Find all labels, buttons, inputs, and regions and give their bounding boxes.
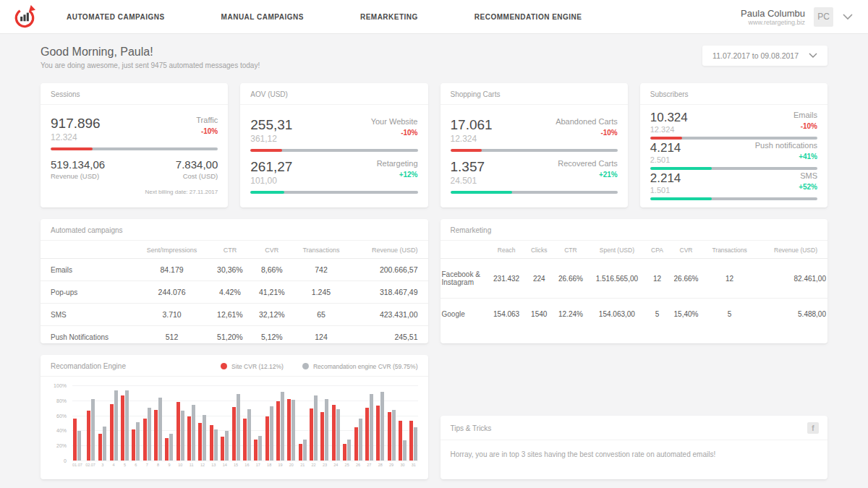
column-header <box>41 241 135 259</box>
automated-campaigns-title: Automated campaigns <box>51 226 418 234</box>
legend-dot-icon <box>302 363 309 369</box>
bar-pair <box>310 385 318 461</box>
x-axis-label: 10 <box>178 463 182 467</box>
remarketing-table: ReachClicksCTRSpent (USD)CPACVRTransacti… <box>441 241 828 330</box>
metric-left: 261,27101,00 <box>250 159 292 186</box>
cell-value: 244.076 <box>135 281 209 304</box>
engine-cvr-bar <box>281 392 284 461</box>
stat-card-title: AOV (USD) <box>250 90 417 98</box>
bar-group: 11 <box>187 385 195 467</box>
bar-groups: 01.0702.07345678910111213141516171819202… <box>72 385 418 467</box>
cell-value: 26.66% <box>668 259 703 299</box>
column-header: Clicks <box>525 241 553 259</box>
progress-fill <box>250 191 284 194</box>
site-cvr-bar <box>320 412 324 461</box>
y-axis: 100%80%60%40%20%0 <box>51 385 72 461</box>
metric-change-badge: -10% <box>371 129 418 137</box>
row-label: SMS <box>41 304 135 326</box>
metric-value: 261,27 <box>250 159 292 175</box>
progress-fill <box>650 167 712 170</box>
y-axis-tick: 100% <box>54 383 67 388</box>
table-body: Facebook & Instagram231.43222426.66%1.51… <box>441 259 828 330</box>
bar-group: 12 <box>198 385 206 467</box>
x-axis-label: 18 <box>267 463 271 467</box>
metric-row: 1.35724.501Recovered Carts+21% <box>451 159 618 194</box>
site-cvr-bar <box>73 419 77 461</box>
bar-pair <box>198 385 206 461</box>
cost-label: Cost (USD) <box>176 172 218 180</box>
cell-value: 26.66% <box>553 259 588 299</box>
x-axis-label: 21 <box>300 463 305 467</box>
metric-left: 2.2141.501 <box>650 171 681 194</box>
site-cvr-bar <box>310 408 313 461</box>
user-name: Paula Columbu <box>741 8 805 19</box>
automated-campaigns-card: Automated campaigns Sent/ImpressionsCTRC… <box>41 219 428 343</box>
remarketing-title: Remarketing <box>451 226 818 234</box>
metric-value: 1.357 <box>451 159 485 175</box>
cell-value: 15,40% <box>668 299 703 330</box>
metric-row: 255,31361,12Your Website-10% <box>250 117 417 152</box>
user-menu: Paula Columbu www.retargeting.biz PC <box>741 7 854 27</box>
stat-cards-row: Sessions917.89612.324Traffic-10%519.134,… <box>41 83 827 207</box>
y-axis-tick: 60% <box>56 413 67 418</box>
column-header: Revenue (USD) <box>349 241 427 259</box>
greeting-subtitle: You are doing awesome, just sent 9475 au… <box>41 61 260 69</box>
site-cvr-bar <box>388 412 391 461</box>
metric-label: Recovered Carts <box>558 159 618 168</box>
date-range-picker[interactable]: 11.07.2017 to 09.08.2017 <box>702 46 827 66</box>
tips-title: Tips & Tricks <box>451 424 492 432</box>
revenue-label: Revenue (USD) <box>51 172 105 180</box>
chevron-down-icon[interactable] <box>842 13 854 20</box>
cell-value: 1.516.565,00 <box>588 259 646 299</box>
site-cvr-bar <box>187 416 191 461</box>
bar-group: 21 <box>299 385 307 467</box>
site-cvr-bar <box>210 425 213 461</box>
stat-card-title: Sessions <box>51 90 218 98</box>
stat-card-header: Shopping Carts <box>441 83 628 105</box>
progress-fill <box>51 147 93 150</box>
cell-value: 742 <box>293 259 350 281</box>
site-cvr-bar <box>365 408 369 461</box>
row-label: Pop-ups <box>41 281 135 304</box>
bar-pair <box>265 385 273 461</box>
facebook-icon[interactable]: f <box>807 422 819 434</box>
x-axis-label: 24 <box>333 463 338 467</box>
progress-track <box>650 167 817 170</box>
bar-group: 20 <box>287 385 295 467</box>
cell-value: 82.461,00 <box>756 259 827 299</box>
bar-pair <box>276 385 284 461</box>
nav-item-remarketing[interactable]: REMARKETING <box>360 13 418 21</box>
site-cvr-bar <box>132 429 135 461</box>
metric-label: Abandoned Carts <box>556 117 618 126</box>
metric-left: 917.89612.324 <box>51 116 101 142</box>
retargeting-logo[interactable] <box>12 4 38 30</box>
avatar[interactable]: PC <box>814 7 833 27</box>
row-label: Google <box>441 299 488 330</box>
bar-pair <box>98 385 106 461</box>
column-header <box>441 241 488 259</box>
bar-group: 19 <box>276 385 284 467</box>
x-axis-label: 20 <box>289 463 294 467</box>
legend-label: Recomandation engine CVR (59.75%) <box>313 363 418 370</box>
nav-item-manual-campaigns[interactable]: MANUAL CAMPAIGNS <box>221 13 304 21</box>
cell-value: 12.24% <box>553 299 588 330</box>
dashboard-main: Good Morning, Paula! You are doing aweso… <box>41 34 827 479</box>
engine-cvr-bar <box>380 392 384 461</box>
bar-group: 23 <box>320 385 328 467</box>
legend-item: Recomandation engine CVR (59.75%) <box>302 363 418 370</box>
engine-cvr-bar <box>158 398 162 461</box>
metric-change-badge: +12% <box>377 171 418 179</box>
nav-item-recommendation-engine[interactable]: RECOMMENDATION ENGINE <box>475 13 582 21</box>
nav-item-automated-campaigns[interactable]: AUTOMATED CAMPAIGNS <box>67 13 165 21</box>
engine-cvr-bar <box>292 400 295 461</box>
x-axis-label: 17 <box>256 463 260 467</box>
progress-track <box>451 191 618 194</box>
billing-date-note: Next billing date: 27.11.2017 <box>51 189 218 195</box>
greeting-row: Good Morning, Paula! You are doing aweso… <box>41 46 827 74</box>
metric-value: 4.214 <box>650 141 681 155</box>
cell-value: 12 <box>704 259 756 299</box>
stat-card-subscribers: Subscribers10.32412.324Emails-10%4.2142.… <box>640 83 827 207</box>
user-site: www.retargeting.biz <box>741 19 805 26</box>
column-header: CVR <box>251 241 293 259</box>
tips-card: Tips & Tricks f Horray, you are in top 3… <box>441 416 828 479</box>
